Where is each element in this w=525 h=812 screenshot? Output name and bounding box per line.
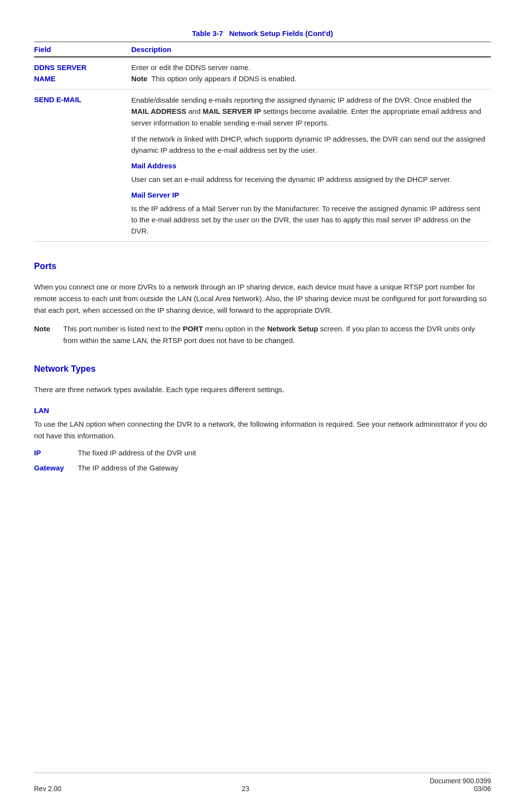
footer-rev: Rev 2.00: [34, 785, 61, 793]
lan-subheading: LAN: [34, 406, 491, 415]
ports-note-label: Note: [34, 323, 58, 346]
lan-ip-field: IP The fixed IP address of the DVR unit: [34, 449, 491, 457]
network-types-body: There are three network types available.…: [34, 384, 491, 396]
ports-note: Note This port number is listed next to …: [34, 323, 491, 346]
footer-document: Document 900.0399 03/06: [430, 777, 491, 793]
lan-body: To use the LAN option when connecting th…: [34, 418, 491, 442]
col-header-desc: Description: [131, 42, 491, 57]
lan-gateway-desc: The IP address of the Gateway: [78, 464, 178, 472]
ports-heading: Ports: [34, 261, 491, 271]
table-title: Table 3-7 Network Setup Fields (Cont'd): [34, 29, 491, 37]
ports-body: When you connect one or more DVRs to a n…: [34, 281, 491, 316]
page-footer: Rev 2.00 23 Document 900.0399 03/06: [34, 773, 491, 793]
col-header-field: Field: [34, 42, 131, 57]
lan-gateway-label: Gateway: [34, 464, 73, 472]
field-send-email: SEND E-MAIL: [34, 90, 131, 242]
desc-ddns-server-name: Enter or edit the DDNS server name. Note…: [131, 57, 491, 90]
network-types-heading: Network Types: [34, 364, 491, 374]
network-setup-table: Field Description DDNS SERVERNAME Enter …: [34, 41, 491, 242]
footer-page-number: 23: [242, 785, 249, 793]
ports-note-content: This port number is listed next to the P…: [63, 323, 491, 346]
lan-gateway-field: Gateway The IP address of the Gateway: [34, 464, 491, 472]
lan-ip-desc: The fixed IP address of the DVR unit: [78, 449, 196, 457]
lan-ip-label: IP: [34, 449, 73, 457]
desc-send-email: Enable/disable sending e-mails reporting…: [131, 90, 491, 242]
field-ddns-server-name: DDNS SERVERNAME: [34, 57, 131, 90]
table-row: DDNS SERVERNAME Enter or edit the DDNS s…: [34, 57, 491, 90]
table-row: SEND E-MAIL Enable/disable sending e-mai…: [34, 90, 491, 242]
